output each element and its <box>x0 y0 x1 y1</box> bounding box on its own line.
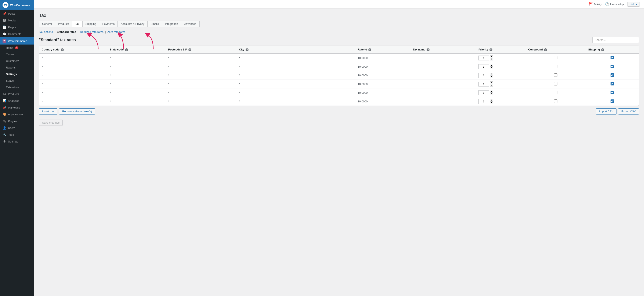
sidebar-item-pages[interactable]: 📄 Pages <box>0 24 34 31</box>
cell-rate-5[interactable] <box>355 97 410 106</box>
cell-taxname-0[interactable] <box>410 54 476 62</box>
help-button[interactable]: Help ▾ <box>627 2 640 7</box>
save-changes-button[interactable]: Save changes <box>39 120 63 126</box>
postcode-help-icon[interactable]: ? <box>188 48 192 51</box>
cell-postcode-4[interactable] <box>166 88 236 97</box>
cell-state-0[interactable] <box>107 54 166 62</box>
cell-shipping-3[interactable] <box>586 80 639 88</box>
cell-compound-2[interactable] <box>526 71 586 80</box>
cell-postcode-0[interactable] <box>166 54 236 62</box>
cell-postcode-1[interactable] <box>166 62 236 71</box>
subnav-tax-options[interactable]: Tax options <box>39 30 53 34</box>
cell-country-4[interactable] <box>39 88 107 97</box>
compound-checkbox-3[interactable] <box>554 82 558 85</box>
subnav-zero-rate[interactable]: Zero rate rates <box>107 30 125 34</box>
shipping-checkbox-3[interactable] <box>610 82 614 85</box>
shipping-checkbox-0[interactable] <box>610 56 614 59</box>
compound-checkbox-0[interactable] <box>554 56 558 59</box>
priority-up-3[interactable]: ▲ <box>490 81 493 84</box>
cell-country-5[interactable] <box>39 97 107 106</box>
sidebar-item-home[interactable]: Home 4 <box>0 45 34 51</box>
export-csv-button[interactable]: Export CSV <box>618 108 639 114</box>
priority-up-0[interactable]: ▲ <box>490 55 493 58</box>
tab-tax[interactable]: Tax <box>72 21 82 27</box>
cell-city-2[interactable] <box>236 71 355 80</box>
cell-postcode-3[interactable] <box>166 80 236 88</box>
sidebar-item-status[interactable]: Status <box>0 77 34 84</box>
priority-down-2[interactable]: ▼ <box>490 75 493 78</box>
cell-rate-3[interactable] <box>355 80 410 88</box>
priority-down-3[interactable]: ▼ <box>490 84 493 86</box>
cell-shipping-2[interactable] <box>586 71 639 80</box>
subnav-standard-rates[interactable]: Standard rates <box>57 30 76 34</box>
remove-selected-button[interactable]: Remove selected row(s) <box>59 108 95 114</box>
cell-city-1[interactable] <box>236 62 355 71</box>
insert-row-button[interactable]: Insert row <box>39 108 57 114</box>
compound-checkbox-1[interactable] <box>554 65 558 68</box>
cell-taxname-4[interactable] <box>410 88 476 97</box>
cell-compound-4[interactable] <box>526 88 586 97</box>
priority-help-icon[interactable]: ? <box>490 48 492 51</box>
cell-city-0[interactable] <box>236 54 355 62</box>
import-csv-button[interactable]: Import CSV <box>596 108 616 114</box>
cell-taxname-2[interactable] <box>410 71 476 80</box>
subnav-reduced-rate[interactable]: Reduced rate rates <box>80 30 104 34</box>
cell-city-4[interactable] <box>236 88 355 97</box>
tab-integration[interactable]: Integration <box>162 21 181 27</box>
cell-rate-4[interactable] <box>355 88 410 97</box>
cell-taxname-5[interactable] <box>410 97 476 106</box>
cell-shipping-4[interactable] <box>586 88 639 97</box>
compound-help-icon[interactable]: ? <box>544 48 547 51</box>
cell-priority-3[interactable]: ▲ ▼ <box>476 80 526 88</box>
cell-priority-1[interactable]: ▲ ▼ <box>476 62 526 71</box>
cell-postcode-5[interactable] <box>166 97 236 106</box>
sidebar-item-posts[interactable]: 📌 Posts <box>0 10 34 17</box>
priority-down-4[interactable]: ▼ <box>490 93 493 95</box>
tab-advanced[interactable]: Advanced <box>181 21 200 27</box>
shipping-checkbox-5[interactable] <box>610 99 614 103</box>
cell-rate-0[interactable] <box>355 54 410 62</box>
shipping-help-icon[interactable]: ? <box>601 48 604 51</box>
activity-button[interactable]: 🚩 Activity <box>588 2 602 6</box>
cell-shipping-5[interactable] <box>586 97 639 106</box>
cell-priority-2[interactable]: ▲ ▼ <box>476 71 526 80</box>
cell-shipping-1[interactable] <box>586 62 639 71</box>
cell-compound-0[interactable] <box>526 54 586 62</box>
cell-postcode-2[interactable] <box>166 71 236 80</box>
cell-priority-4[interactable]: ▲ ▼ <box>476 88 526 97</box>
priority-down-1[interactable]: ▼ <box>490 67 493 69</box>
cell-compound-3[interactable] <box>526 80 586 88</box>
tab-payments[interactable]: Payments <box>99 21 118 27</box>
search-input[interactable] <box>592 37 639 43</box>
cell-state-3[interactable] <box>107 80 166 88</box>
cell-taxname-1[interactable] <box>410 62 476 71</box>
finish-setup-button[interactable]: 🕐 Finish setup <box>605 2 624 6</box>
cell-country-3[interactable] <box>39 80 107 88</box>
sidebar-item-tools[interactable]: 🔧 Tools <box>0 131 34 138</box>
sidebar-item-extensions[interactable]: Extensions <box>0 84 34 91</box>
cell-country-0[interactable] <box>39 54 107 62</box>
compound-checkbox-4[interactable] <box>554 91 558 94</box>
cell-rate-1[interactable] <box>355 62 410 71</box>
state-code-help-icon[interactable]: ? <box>125 48 128 51</box>
tab-accounts-privacy[interactable]: Accounts & Privacy <box>118 21 148 27</box>
cell-compound-1[interactable] <box>526 62 586 71</box>
priority-up-5[interactable]: ▲ <box>490 99 493 101</box>
sidebar-item-orders[interactable]: Orders <box>0 51 34 58</box>
cell-state-4[interactable] <box>107 88 166 97</box>
sidebar-item-appearance[interactable]: 🎨 Appearance <box>0 111 34 118</box>
sidebar-item-analytics[interactable]: 📊 Analytics <box>0 97 34 104</box>
country-code-help-icon[interactable]: ? <box>61 48 64 51</box>
sidebar-item-reports[interactable]: Reports <box>0 64 34 71</box>
city-help-icon[interactable]: ? <box>246 48 248 51</box>
tab-shipping[interactable]: Shipping <box>82 21 100 27</box>
priority-down-5[interactable]: ▼ <box>490 101 493 104</box>
shipping-checkbox-1[interactable] <box>610 65 614 68</box>
sidebar-item-products[interactable]: 🏷 Products <box>0 91 34 97</box>
cell-city-5[interactable] <box>236 97 355 106</box>
sidebar-item-settings[interactable]: Settings <box>0 71 34 77</box>
sidebar-item-settings-bottom[interactable]: ⚙ Settings <box>0 138 34 145</box>
woocommerce-logo[interactable]: W WooCommerce <box>0 0 34 10</box>
tab-products[interactable]: Products <box>55 21 72 27</box>
cell-city-3[interactable] <box>236 80 355 88</box>
